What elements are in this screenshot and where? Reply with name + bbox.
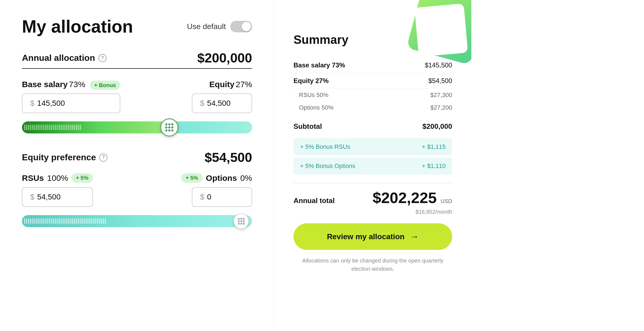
tick bbox=[32, 125, 33, 130]
bonus-options-value: + $1,110 bbox=[422, 162, 446, 170]
summary-base-salary-label: Base salary 73% bbox=[293, 61, 345, 69]
annual-allocation-help-icon[interactable]: ? bbox=[98, 54, 107, 62]
summary-rsus-value: $27,300 bbox=[430, 92, 452, 99]
tick bbox=[70, 125, 71, 130]
bonus-options-row: + 5% Bonus Options + $1,110 bbox=[293, 158, 452, 175]
use-default-toggle[interactable] bbox=[230, 21, 252, 32]
bonus-rsus-label: + 5% Bonus RSUs bbox=[300, 143, 350, 150]
tick bbox=[47, 125, 48, 130]
page-header: My allocation Use default bbox=[22, 16, 252, 37]
summary-rsus-label: RSUs 50% bbox=[299, 92, 329, 99]
salary-equity-slider-container bbox=[22, 121, 252, 133]
slider-ticks-green bbox=[22, 121, 178, 133]
subtotal-value: $200,000 bbox=[423, 122, 452, 131]
rsus-amount-box[interactable]: $ 54,500 bbox=[22, 187, 93, 207]
tick bbox=[78, 125, 79, 130]
summary-rsus-row: RSUs 50% $27,300 bbox=[293, 89, 452, 101]
annual-total-section: Annual total $202,225 USD $16,852/month … bbox=[293, 183, 452, 273]
review-allocation-button[interactable]: Review my allocation → bbox=[293, 223, 452, 250]
bonus-options-label: + 5% Bonus Options bbox=[300, 162, 355, 170]
subtotal-row: Subtotal $200,000 bbox=[293, 117, 452, 136]
tick bbox=[26, 125, 27, 130]
equity-preference-help-icon[interactable]: ? bbox=[99, 153, 107, 162]
options-amount-box[interactable]: $ 0 bbox=[192, 187, 252, 207]
slider-fill-green bbox=[22, 121, 178, 133]
tick bbox=[80, 125, 81, 130]
summary-equity-label: Equity 27% bbox=[293, 77, 329, 85]
corner-shape-inner bbox=[414, 3, 468, 57]
teal-handle-dots bbox=[238, 218, 245, 225]
rsus-left: RSUs 100% + 5% $ 54,500 bbox=[22, 173, 93, 207]
tick bbox=[41, 125, 42, 130]
tick bbox=[68, 125, 69, 130]
rsu-options-row: RSUs 100% + 5% $ 54,500 + 5% Options 0% … bbox=[22, 173, 252, 207]
summary-options-row: Options 50% $27,200 bbox=[293, 101, 452, 114]
tick bbox=[76, 125, 77, 130]
monthly-label: $16,852/month bbox=[293, 209, 452, 215]
corner-decoration bbox=[400, 0, 471, 71]
summary-options-value: $27,200 bbox=[430, 104, 452, 111]
bonus-rsus-row: + 5% Bonus RSUs + $1,115 bbox=[293, 138, 452, 155]
handle-dots bbox=[165, 123, 173, 132]
salary-equity-slider-track bbox=[22, 121, 252, 133]
summary-panel: Summary Base salary 73% $145,500 Equity … bbox=[274, 0, 471, 331]
tick bbox=[55, 125, 56, 130]
rsus-label-row: RSUs 100% + 5% bbox=[22, 173, 93, 183]
tick bbox=[28, 125, 29, 130]
tick bbox=[30, 125, 31, 130]
annual-total-label: Annual total bbox=[293, 196, 335, 205]
annual-allocation-title: Annual allocation ? bbox=[22, 53, 107, 63]
subtotal-label: Subtotal bbox=[293, 122, 322, 131]
tick bbox=[51, 125, 52, 130]
tick bbox=[59, 125, 60, 130]
equity-label-row: Equity 27% bbox=[209, 80, 252, 89]
annual-total-row: Annual total $202,225 USD bbox=[293, 189, 452, 207]
annual-total-amount: $202,225 bbox=[373, 189, 437, 206]
tick bbox=[39, 125, 41, 130]
equity-preference-amount: $54,500 bbox=[204, 150, 252, 165]
equity-preference-title: Equity preference ? bbox=[22, 152, 107, 162]
use-default-label: Use default bbox=[187, 22, 226, 31]
slider-fill-teal bbox=[178, 121, 252, 133]
salary-equity-slider-handle[interactable] bbox=[160, 118, 178, 136]
options-right: + 5% Options 0% $ 0 bbox=[181, 173, 252, 207]
toggle-thumb bbox=[242, 22, 251, 31]
tick bbox=[49, 125, 50, 130]
annual-allocation-amount: $200,000 bbox=[197, 50, 252, 65]
options-label-row: + 5% Options 0% bbox=[181, 173, 252, 183]
main-panel: My allocation Use default Annual allocat… bbox=[0, 0, 274, 331]
tick bbox=[24, 125, 25, 130]
summary-options-label: Options 50% bbox=[299, 104, 334, 111]
review-btn-label: Review my allocation bbox=[327, 232, 404, 241]
review-btn-arrow: → bbox=[410, 232, 419, 242]
bonus-badge: + Bonus bbox=[90, 81, 120, 90]
equity-right: Equity 27% $ 54,500 bbox=[192, 80, 252, 113]
tick bbox=[62, 125, 64, 130]
use-default-container: Use default bbox=[187, 21, 252, 32]
annual-total-amount-container: $202,225 USD bbox=[373, 189, 452, 207]
usd-label: USD bbox=[441, 198, 452, 204]
base-salary-amount-box[interactable]: $ 145,500 bbox=[22, 93, 120, 113]
divider bbox=[22, 68, 252, 69]
tick bbox=[53, 125, 54, 130]
annual-allocation-header: Annual allocation ? $200,000 bbox=[22, 50, 252, 65]
summary-equity-row: Equity 27% $54,500 bbox=[293, 73, 452, 89]
tick bbox=[34, 125, 35, 130]
equity-amount-box[interactable]: $ 54,500 bbox=[192, 93, 252, 113]
tick bbox=[66, 125, 67, 130]
base-salary-left: Base salary 73% + Bonus $ 145,500 bbox=[22, 80, 120, 113]
tick bbox=[38, 125, 39, 130]
equity-slider-track bbox=[22, 215, 252, 227]
page-title: My allocation bbox=[22, 16, 133, 37]
equity-preference-header: Equity preference ? $54,500 bbox=[22, 150, 252, 165]
tick bbox=[57, 125, 58, 130]
tick bbox=[45, 125, 46, 130]
disclaimer-text: Allocations can only be changed during t… bbox=[293, 256, 452, 273]
options-bonus-badge: + 5% bbox=[181, 173, 203, 183]
tick bbox=[43, 125, 44, 130]
equity-slider-handle[interactable] bbox=[233, 213, 249, 229]
bonus-rsus-value: + $1,115 bbox=[422, 143, 446, 150]
equity-preference-section: Equity preference ? $54,500 RSUs 100% + … bbox=[22, 150, 252, 227]
tick bbox=[72, 125, 73, 130]
tick bbox=[36, 125, 37, 130]
